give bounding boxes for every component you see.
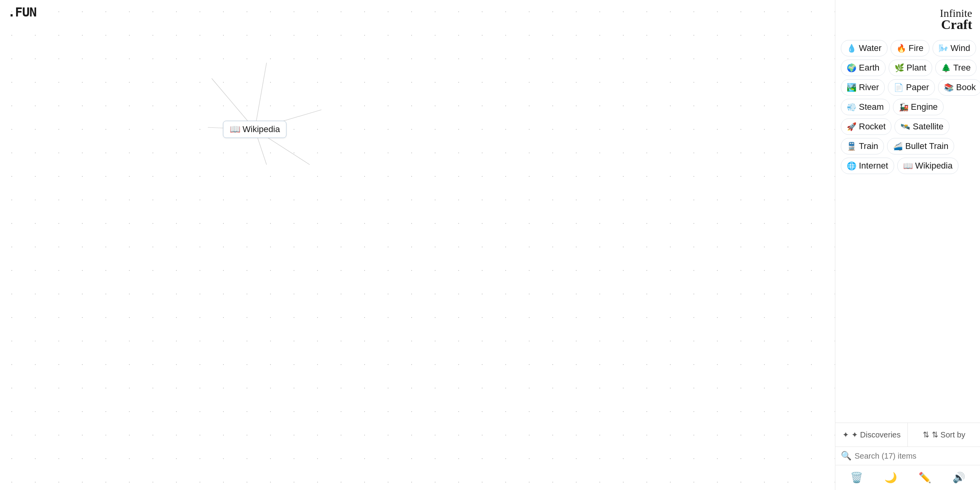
- element-steam[interactable]: 💨 Steam: [841, 99, 890, 115]
- trash-icon[interactable]: 🗑️: [850, 472, 863, 484]
- element-bullet-train[interactable]: 🚄 Bullet Train: [887, 138, 954, 154]
- satellite-icon: 🛰️: [900, 122, 910, 131]
- element-rocket[interactable]: 🚀 Rocket: [841, 118, 891, 135]
- sortby-icon: ⇅: [923, 430, 929, 439]
- element-satellite[interactable]: 🛰️ Satellite: [895, 118, 949, 135]
- elements-row-5: 🚆 Train 🚄 Bullet Train: [841, 138, 975, 154]
- logo: .FUN: [8, 5, 36, 20]
- tree-icon: 🌲: [941, 63, 951, 73]
- wind-label: Wind: [951, 43, 970, 53]
- sound-icon[interactable]: 🔊: [953, 472, 965, 484]
- wikipedia-label: Wikipedia: [915, 161, 953, 171]
- train-icon: 🚆: [847, 142, 857, 151]
- fire-icon: 🔥: [897, 44, 906, 53]
- elements-row-0: 💧 Water 🔥 Fire 🌬️ Wind: [841, 40, 975, 56]
- bullet-train-label: Bullet Train: [905, 141, 948, 151]
- element-fire[interactable]: 🔥 Fire: [891, 40, 929, 56]
- internet-label: Internet: [859, 161, 888, 171]
- discoveries-icon: ✦: [842, 430, 849, 439]
- search-bar: 🔍: [835, 447, 980, 465]
- water-icon: 💧: [847, 44, 857, 53]
- earth-label: Earth: [859, 63, 880, 73]
- bullet-train-icon: 🚄: [893, 142, 903, 151]
- search-icon: 🔍: [841, 451, 851, 461]
- river-icon: 🏞️: [847, 83, 857, 92]
- svg-line-1: [255, 63, 267, 129]
- elements-row-2: 🏞️ River 📄 Paper 📚 Book: [841, 79, 975, 96]
- element-plant[interactable]: 🌿 Plant: [889, 60, 932, 76]
- discoveries-button[interactable]: ✦ ✦ Discoveries: [835, 423, 908, 446]
- paper-icon: 📄: [894, 83, 904, 92]
- steam-icon: 💨: [847, 102, 857, 112]
- train-label: Train: [859, 141, 878, 151]
- wikipedia-node-label: Wikipedia: [243, 124, 280, 134]
- water-label: Water: [859, 43, 882, 53]
- rocket-label: Rocket: [859, 122, 886, 132]
- tree-label: Tree: [953, 63, 971, 73]
- rocket-icon: 🚀: [847, 122, 857, 131]
- earth-icon: 🌍: [847, 63, 857, 73]
- search-input[interactable]: [855, 452, 975, 461]
- app-title-craft: Craft: [843, 17, 972, 32]
- element-river[interactable]: 🏞️ River: [841, 79, 885, 96]
- sortby-button[interactable]: ⇅ ⇅ Sort by: [908, 423, 980, 446]
- plant-icon: 🌿: [895, 63, 904, 73]
- fire-label: Fire: [909, 43, 924, 53]
- book-label: Book: [956, 82, 976, 93]
- element-water[interactable]: 💧 Water: [841, 40, 887, 56]
- elements-grid: 💧 Water 🔥 Fire 🌬️ Wind 🌍 Earth 🌿 Plant: [835, 36, 980, 423]
- plant-label: Plant: [907, 63, 926, 73]
- element-book[interactable]: 📚 Book: [938, 79, 980, 96]
- feather-icon[interactable]: ✏️: [918, 472, 931, 484]
- elements-row-4: 🚀 Rocket 🛰️ Satellite: [841, 118, 975, 135]
- wikipedia-icon: 📖: [903, 161, 913, 171]
- discoveries-sortby-bar: ✦ ✦ Discoveries ⇅ ⇅ Sort by: [835, 423, 980, 447]
- river-label: River: [859, 82, 879, 93]
- element-paper[interactable]: 📄 Paper: [888, 79, 935, 96]
- sortby-label: ⇅ Sort by: [932, 430, 965, 439]
- element-train[interactable]: 🚆 Train: [841, 138, 884, 154]
- element-wind[interactable]: 🌬️ Wind: [933, 40, 976, 56]
- bottom-icons-bar: 🗑️ 🌙 ✏️ 🔊: [835, 465, 980, 490]
- wikipedia-node[interactable]: 📖 Wikipedia: [223, 121, 287, 138]
- paper-label: Paper: [906, 82, 929, 93]
- sidebar-bottom: ✦ ✦ Discoveries ⇅ ⇅ Sort by 🔍 🗑️ 🌙 ✏️ 🔊: [835, 423, 980, 490]
- discoveries-label: ✦ Discoveries: [851, 430, 901, 439]
- steam-label: Steam: [859, 102, 884, 112]
- sidebar-title: Infinite Craft: [835, 0, 980, 36]
- wind-icon: 🌬️: [938, 44, 948, 53]
- wikipedia-node-icon: 📖: [230, 124, 240, 134]
- element-engine[interactable]: 🚂 Engine: [893, 99, 944, 115]
- canvas-area[interactable]: .FUN 📖 Wikipedia: [0, 0, 835, 490]
- elements-row-1: 🌍 Earth 🌿 Plant 🌲 Tree: [841, 60, 975, 76]
- engine-icon: 🚂: [899, 102, 909, 112]
- element-tree[interactable]: 🌲 Tree: [935, 60, 976, 76]
- elements-row-3: 💨 Steam 🚂 Engine: [841, 99, 975, 115]
- element-earth[interactable]: 🌍 Earth: [841, 60, 886, 76]
- moon-icon[interactable]: 🌙: [884, 472, 897, 484]
- sidebar: Infinite Craft 💧 Water 🔥 Fire 🌬️ Wind 🌍 …: [835, 0, 980, 490]
- book-icon: 📚: [944, 83, 954, 92]
- connection-lines: [0, 0, 835, 490]
- element-internet[interactable]: 🌐 Internet: [841, 158, 894, 174]
- elements-row-6: 🌐 Internet 📖 Wikipedia: [841, 158, 975, 174]
- satellite-label: Satellite: [913, 122, 943, 132]
- element-wikipedia[interactable]: 📖 Wikipedia: [897, 158, 958, 174]
- internet-icon: 🌐: [847, 161, 857, 171]
- engine-label: Engine: [911, 102, 938, 112]
